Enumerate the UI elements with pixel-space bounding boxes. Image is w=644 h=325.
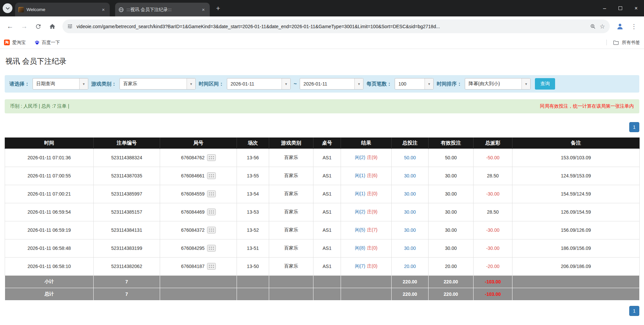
person-icon <box>616 22 624 30</box>
search-button[interactable]: 查询 <box>535 78 555 90</box>
bookmark-aitaobao[interactable]: 淘 爱淘宝 <box>4 40 26 46</box>
chevron-down-icon[interactable]: ▾ <box>79 78 88 89</box>
table-header-row: 时间 注单编号 局号 场次 游戏类别 桌号 结果 总投注 有效投注 总派彩 备注 <box>5 138 640 149</box>
globe-favicon <box>118 7 124 12</box>
sort-select[interactable]: 降幂(由大到小) ▾ <box>465 78 531 90</box>
cell-session: 13-51 <box>237 239 269 257</box>
tab-welcome[interactable]: Welcome × <box>15 3 110 16</box>
header-total-bet: 总投注 <box>392 138 429 149</box>
taobao-icon: 淘 <box>4 40 10 45</box>
page-size-label: 每页笔数： <box>366 81 392 87</box>
result-banker: 庄(0) <box>367 191 378 197</box>
roadmap-icon[interactable] <box>207 209 216 215</box>
bookmark-baidu[interactable]: 百度一下 <box>35 40 60 46</box>
chevron-down-icon[interactable]: ▾ <box>187 78 195 89</box>
game-type-select[interactable]: 百家乐 ▾ <box>119 78 196 90</box>
cell-note: 153.09/103.09 <box>512 149 640 167</box>
tab-search-button[interactable] <box>3 3 12 13</box>
chevron-down-icon[interactable]: ▾ <box>282 78 290 89</box>
cell-bet-id: 523114385157 <box>94 203 160 221</box>
page-1-button[interactable]: 1 <box>629 122 639 132</box>
roadmap-icon[interactable] <box>207 191 216 197</box>
menu-icon[interactable]: ⋮ <box>627 20 641 33</box>
close-window-button[interactable]: × <box>628 0 644 16</box>
table-row: 2026-01-11 07:01:36 523114388324 6760847… <box>5 149 640 167</box>
site-info-icon[interactable] <box>67 23 73 29</box>
cell-payout: -20.00 <box>474 257 512 275</box>
bookmark-star-icon[interactable]: ☆ <box>600 23 605 30</box>
result-player: 闲(1) <box>355 191 365 197</box>
result-player: 闲(2) <box>355 209 365 215</box>
cell-time: 2026-01-11 07:00:21 <box>5 185 94 203</box>
header-note: 备注 <box>512 138 640 149</box>
round-number: 676084661 <box>181 173 204 178</box>
reload-button[interactable] <box>32 20 45 33</box>
roadmap-icon[interactable] <box>207 172 216 179</box>
roadmap-icon[interactable] <box>207 245 216 252</box>
result-player: 闲(8) <box>355 245 365 251</box>
baidu-icon <box>35 40 40 45</box>
roadmap-icon[interactable] <box>207 263 216 270</box>
tab-title: :::视讯 会员下注纪录::: <box>127 7 198 13</box>
roadmap-icon[interactable] <box>207 227 216 233</box>
cell-round: 676084469 <box>160 203 237 221</box>
cell-time: 2026-01-11 06:59:19 <box>5 221 94 239</box>
result-player: 闲(1) <box>355 173 365 179</box>
zoom-icon[interactable] <box>590 23 596 30</box>
bookmark-label: 爱淘宝 <box>12 40 26 46</box>
cell-result: 闲(2)庄(9) <box>341 203 392 221</box>
date-start-input[interactable]: 2026-01-11 ▾ <box>227 78 291 90</box>
cell-total-bet: 50.00 <box>392 149 429 167</box>
select-label: 请选择： <box>9 81 30 87</box>
window-titlebar: Welcome × :::视讯 会员下注纪录::: × + – × <box>0 0 644 16</box>
tab-close-icon[interactable]: × <box>100 7 106 13</box>
cell-table: AS1 <box>313 239 341 257</box>
total-row: 总计 7 220.00 220.00 -103.00 <box>5 288 640 300</box>
cell-game: 百家乐 <box>269 239 313 257</box>
profile-avatar[interactable] <box>613 20 627 33</box>
header-time: 时间 <box>5 138 94 149</box>
result-banker: 庄(0) <box>367 245 378 251</box>
cell-round: 676084661 <box>160 167 237 185</box>
roadmap-icon[interactable] <box>207 154 216 161</box>
date-mode-select[interactable]: 日期查询 ▾ <box>33 78 88 90</box>
chevron-down-icon[interactable]: ▾ <box>522 78 530 89</box>
result-player: 闲(5) <box>355 227 365 233</box>
summary-bar: 币别 : 人民币 | 总共 :7 注单 | 同局有效投注，统一计算在该局第一张注… <box>5 99 639 113</box>
header-session: 场次 <box>237 138 269 149</box>
home-button[interactable] <box>46 20 59 33</box>
minimize-button[interactable]: – <box>597 0 612 16</box>
tab-betrecord[interactable]: :::视讯 会员下注纪录::: × <box>115 3 210 16</box>
maximize-icon <box>618 6 622 10</box>
new-tab-button[interactable]: + <box>213 3 223 13</box>
cell-total-bet: 30.00 <box>392 167 429 185</box>
cell-table: AS1 <box>313 257 341 275</box>
address-bar[interactable]: videoie.com/game/betrecord_search/kind3?… <box>62 19 610 33</box>
cell-result: 闲(7)庄(0) <box>341 257 392 275</box>
tab-close-icon[interactable]: × <box>200 7 206 13</box>
chevron-down-icon[interactable]: ▾ <box>354 78 363 89</box>
cell-game: 百家乐 <box>269 185 313 203</box>
forward-button[interactable]: → <box>17 20 31 33</box>
result-banker: 庄(0) <box>367 263 378 269</box>
date-end-value: 2026-01-11 <box>300 81 354 87</box>
cell-session: 13-55 <box>237 167 269 185</box>
maximize-button[interactable] <box>612 0 628 16</box>
header-table: 桌号 <box>313 138 341 149</box>
round-number: 676084762 <box>181 155 204 160</box>
subtotal-valid-bet: 220.00 <box>429 275 474 288</box>
cell-time: 2026-01-11 07:00:55 <box>5 167 94 185</box>
url-text[interactable]: videoie.com/game/betrecord_search/kind3?… <box>77 24 586 29</box>
page-1-button[interactable]: 1 <box>629 306 639 316</box>
cell-payout: -30.00 <box>474 185 512 203</box>
game-type-value: 百家乐 <box>120 81 187 87</box>
date-end-input[interactable]: 2026-01-11 ▾ <box>300 78 363 90</box>
back-button[interactable]: ← <box>3 20 17 33</box>
result-banker: 庄(6) <box>367 173 378 179</box>
cell-round: 676084295 <box>160 239 237 257</box>
page-size-value: 100 <box>395 81 425 87</box>
page-size-select[interactable]: 100 ▾ <box>395 78 434 90</box>
cell-valid-bet: 50.00 <box>429 149 474 167</box>
chevron-down-icon[interactable]: ▾ <box>425 78 433 89</box>
all-bookmarks-button[interactable]: 所有书签 <box>622 40 640 46</box>
